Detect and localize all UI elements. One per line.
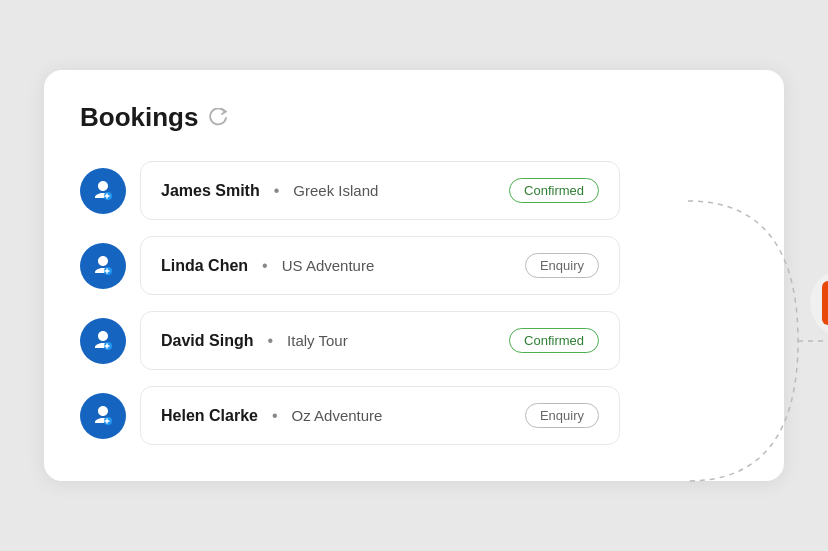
separator: • xyxy=(274,182,280,200)
status-badge: Confirmed xyxy=(509,328,599,353)
booking-item[interactable]: Helen Clarke • Oz Adventure Enquiry xyxy=(140,386,620,445)
separator: • xyxy=(262,257,268,275)
booking-trip: US Adventure xyxy=(282,257,375,274)
avatar xyxy=(80,243,126,289)
header: Bookings xyxy=(80,102,748,133)
avatar xyxy=(80,168,126,214)
separator: • xyxy=(272,407,278,425)
bookings-list: James Smith • Greek Island Confirmed Lin… xyxy=(80,161,748,445)
separator: • xyxy=(267,332,273,350)
form-icon xyxy=(822,281,828,325)
booking-item[interactable]: James Smith • Greek Island Confirmed xyxy=(140,161,620,220)
page-title: Bookings xyxy=(80,102,198,133)
booking-name: Linda Chen xyxy=(161,257,248,275)
status-badge: Enquiry xyxy=(525,403,599,428)
external-form-icon-circle[interactable] xyxy=(810,269,828,337)
table-row: Linda Chen • US Adventure Enquiry xyxy=(80,236,748,295)
booking-item[interactable]: David Singh • Italy Tour Confirmed xyxy=(140,311,620,370)
booking-name: David Singh xyxy=(161,332,253,350)
booking-trip: Greek Island xyxy=(293,182,378,199)
table-row: James Smith • Greek Island Confirmed xyxy=(80,161,748,220)
avatar xyxy=(80,393,126,439)
booking-trip: Oz Adventure xyxy=(292,407,383,424)
booking-trip: Italy Tour xyxy=(287,332,348,349)
table-row: Helen Clarke • Oz Adventure Enquiry xyxy=(80,386,748,445)
status-badge: Confirmed xyxy=(509,178,599,203)
booking-name: Helen Clarke xyxy=(161,407,258,425)
status-badge: Enquiry xyxy=(525,253,599,278)
table-row: David Singh • Italy Tour Confirmed xyxy=(80,311,748,370)
booking-name: James Smith xyxy=(161,182,260,200)
booking-item[interactable]: Linda Chen • US Adventure Enquiry xyxy=(140,236,620,295)
refresh-icon[interactable] xyxy=(208,108,228,128)
bookings-card: Bookings James Smith • Greek Island xyxy=(44,70,784,481)
avatar xyxy=(80,318,126,364)
